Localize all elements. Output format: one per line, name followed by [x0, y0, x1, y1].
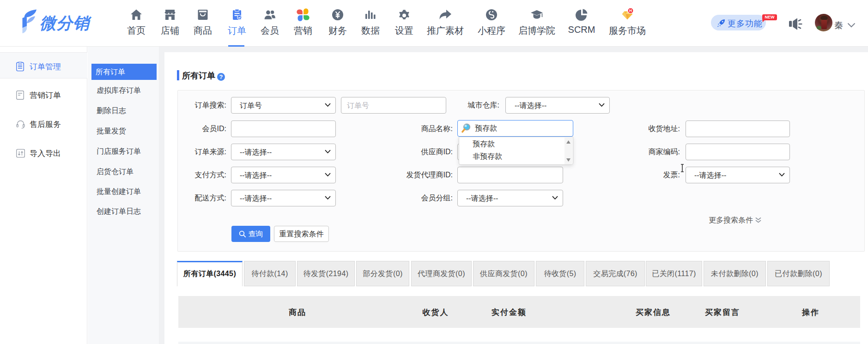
svg-text:H: H — [629, 8, 632, 13]
